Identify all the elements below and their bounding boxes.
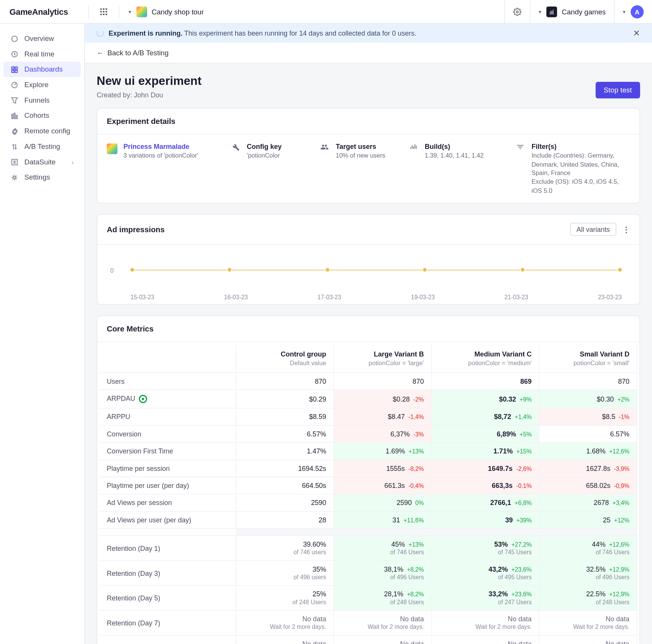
svg-rect-12 <box>15 67 17 69</box>
sidebar-item-funnels[interactable]: Funnels <box>3 92 80 108</box>
metric-cell: 1649.7s-2,6% <box>431 460 539 477</box>
metric-cell: 25900% <box>334 494 431 511</box>
table-row: Retention (Day 1)39.60%of 746 users45%+1… <box>100 536 637 561</box>
metric-cell: No dataWait for 9 more days. <box>431 636 539 644</box>
gear-icon <box>513 8 522 16</box>
user-menu[interactable]: ▾ A <box>614 0 652 23</box>
game-thumb-icon <box>107 144 118 154</box>
avatar: A <box>631 5 644 18</box>
metric-cell: 31+11,6% <box>334 511 431 528</box>
metric-cell: 664.50s <box>236 477 334 494</box>
row-label: Retention (Day 1) <box>100 536 236 561</box>
metric-cell: 1.71%+15% <box>431 443 539 460</box>
metric-cell: 870 <box>539 373 637 390</box>
sidebar-item-a-b-testing[interactable]: A/B Testing <box>3 139 80 154</box>
svg-rect-4 <box>103 11 104 12</box>
metric-cell: $0.28-2% <box>334 390 431 409</box>
row-label: Playtime per user (per day) <box>100 477 236 494</box>
row-label: Retention (Day 7) <box>100 611 236 636</box>
spinner-icon <box>97 30 104 37</box>
kebab-icon[interactable]: ⋮ <box>622 225 630 234</box>
metric-cell: 33,2%+23,6%of 247 Users <box>431 586 539 611</box>
metric-cell: 22.5%+12,9%of 248 Users <box>539 586 637 611</box>
table-row: Retention (Day 14)No dataWait for 9 more… <box>100 636 637 644</box>
metric-cell: 39+39% <box>431 511 539 528</box>
metric-cell: 2590 <box>236 494 334 511</box>
metric-cell: 6,37%-3% <box>334 426 431 443</box>
sidebar-item-dashboards[interactable]: Dashboards <box>3 62 80 77</box>
row-label: Ad Views per session <box>100 494 236 511</box>
svg-point-20 <box>13 176 16 178</box>
metric-cell: $0.32+9% <box>431 390 539 409</box>
table-row: Users870870869870 <box>100 373 637 390</box>
metric-cell: $8.47-1,4% <box>334 408 431 425</box>
info-banner: Experiment is running. This experiment h… <box>85 24 652 43</box>
svg-rect-6 <box>100 13 102 15</box>
column-header: Small Variant DpotionColor = 'small' <box>539 345 637 373</box>
table-row: Ad Views per user (per day)2831+11,6%39+… <box>100 511 637 528</box>
table-row: Retention (Day 5)25%of 248 Users28,1%+8,… <box>100 586 637 611</box>
metric-cell: 6.57% <box>539 426 637 443</box>
org-icon <box>546 6 557 17</box>
arrow-left-icon: ← <box>97 48 104 57</box>
row-label: Retention (Day 14) <box>100 636 236 644</box>
sidebar-item-overview[interactable]: Overview <box>3 31 80 46</box>
svg-rect-1 <box>103 8 104 9</box>
metric-cell: 658.02s-0,9% <box>539 477 637 494</box>
metric-cell: No dataWait for 9 more days. <box>539 636 637 644</box>
sidebar-item-settings[interactable]: Settings <box>3 170 80 185</box>
variant-filter-button[interactable]: All variants <box>570 223 616 236</box>
metric-cell: 1555s-8,2% <box>334 460 431 477</box>
svg-rect-13 <box>12 70 14 72</box>
svg-rect-3 <box>100 11 102 12</box>
sidebar-item-explore[interactable]: Explore <box>3 77 80 92</box>
column-header: Medium Variant CpotionColor = 'medium' <box>431 345 539 373</box>
project-icon <box>136 6 147 17</box>
svg-rect-8 <box>105 13 107 15</box>
svg-rect-11 <box>12 67 14 69</box>
column-header: Control groupDefault value <box>236 345 334 373</box>
table-row: Ad Views per session259025900%2766,1+6,8… <box>100 494 637 511</box>
apps-icon[interactable] <box>88 5 119 18</box>
metric-cell: 870 <box>334 373 431 390</box>
page-title: New ui experiment <box>97 74 202 88</box>
row-label: Ad Views per user (per day) <box>100 511 236 528</box>
metric-cell: No dataWait for 2 more days. <box>236 611 334 636</box>
brand-logo[interactable]: GameAnalytics <box>9 7 68 16</box>
sidebar-item-datasuite[interactable]: DataSuite› <box>3 154 80 170</box>
metric-cell: 2678+3,4% <box>539 494 637 511</box>
metric-cell: 28,1%+8,2%of 248 Users <box>334 586 431 611</box>
stop-test-button[interactable]: Stop test <box>596 82 640 98</box>
row-label: ARPDAU <box>100 390 236 409</box>
metric-cell: No dataWait for 2 more days. <box>539 611 637 636</box>
goal-icon <box>139 395 147 403</box>
game-name: Princess Marmalade <box>124 143 198 150</box>
table-row: Retention (Day 3)35%of 496 users38,1%+8,… <box>100 561 637 586</box>
metric-cell: $8.5-1% <box>539 408 637 425</box>
metric-cell: $8.59 <box>236 408 334 425</box>
org-selector[interactable]: ▾ Candy games <box>530 0 614 23</box>
metric-cell: 43,2%+23,6%of 495 Users <box>431 561 539 586</box>
ad-impressions-chart: 0 15-03-2316-03-2317-03-2319-03-2321-03-… <box>97 245 639 305</box>
metric-cell: 6,89%+5% <box>431 426 539 443</box>
settings-button[interactable] <box>504 0 530 23</box>
table-row: ARPPU$8.59$8.47-1,4%$8,72+1,4%$8.5-1% <box>100 408 637 425</box>
table-row: Conversion First Time1.47%1.69%+13%1.71%… <box>100 443 637 460</box>
project-selector[interactable]: ▾ Candy shop tour <box>129 6 204 17</box>
sidebar-item-remote-config[interactable]: Remote config <box>3 123 80 139</box>
sidebar-item-real-time[interactable]: Real time <box>3 46 80 62</box>
metric-cell: 38,1%+8,2%of 496 Users <box>334 561 431 586</box>
metric-cell: 1627.8s-3,9% <box>539 460 637 477</box>
metric-cell: $0.30+2% <box>539 390 637 409</box>
metric-cell: 6.57% <box>236 426 334 443</box>
table-row: Playtime per session1694.52s1555s-8,2%16… <box>100 460 637 477</box>
back-link[interactable]: ← Back to A/B Testing <box>85 43 652 64</box>
sidebar-item-cohorts[interactable]: Cohorts <box>3 108 80 123</box>
close-icon[interactable]: ✕ <box>633 28 640 38</box>
row-label: ARPPU <box>100 408 236 425</box>
svg-point-9 <box>12 36 17 41</box>
created-by: Created by: John Dou <box>97 91 202 98</box>
svg-rect-7 <box>103 13 104 15</box>
row-label: Conversion <box>100 426 236 443</box>
core-metrics-heading: Core Metrics <box>97 316 639 342</box>
